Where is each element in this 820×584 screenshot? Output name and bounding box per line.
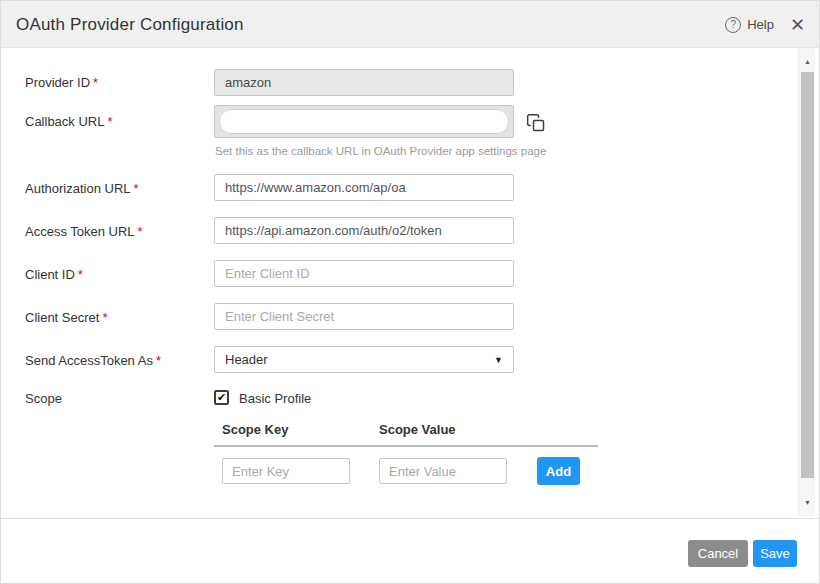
help-button[interactable]: ? Help	[725, 17, 774, 33]
client-id-field[interactable]	[214, 260, 514, 287]
save-button[interactable]: Save	[753, 540, 797, 567]
access-token-url-label: Access Token URL*	[25, 224, 143, 239]
required-asterisk: *	[156, 353, 161, 368]
scope-label: Scope	[25, 391, 62, 406]
send-accesstoken-as-label: Send AccessToken As*	[25, 353, 161, 368]
dialog-header: OAuth Provider Configuration ? Help ✕	[1, 1, 819, 48]
chevron-down-icon: ▼	[494, 355, 503, 365]
dialog-footer: Cancel Save	[1, 518, 819, 584]
authorization-url-label: Authorization URL*	[25, 181, 139, 196]
send-accesstoken-as-select[interactable]: Header ▼	[214, 346, 514, 373]
required-asterisk: *	[78, 267, 83, 282]
required-asterisk: *	[102, 310, 107, 325]
scope-value-input[interactable]	[379, 458, 507, 484]
help-label: Help	[747, 17, 774, 32]
authorization-url-field[interactable]	[214, 174, 514, 201]
callback-url-helper-text: Set this as the callback URL in OAuth Pr…	[215, 145, 546, 157]
client-id-label: Client ID*	[25, 267, 83, 282]
scroll-down-icon[interactable]: ▼	[799, 495, 816, 511]
required-asterisk: *	[93, 75, 98, 90]
callback-url-field[interactable]	[214, 105, 514, 138]
callback-url-label: Callback URL*	[25, 114, 113, 129]
select-value: Header	[225, 352, 268, 367]
scope-key-input[interactable]	[222, 458, 350, 484]
scroll-up-icon[interactable]: ▲	[799, 54, 816, 70]
scope-value-header: Scope Value	[379, 422, 456, 437]
provider-id-label: Provider ID*	[25, 75, 98, 90]
scope-table-divider	[214, 445, 598, 447]
scrollbar[interactable]: ▲ ▼	[798, 48, 815, 517]
close-icon[interactable]: ✕	[790, 16, 805, 34]
page-title: OAuth Provider Configuration	[16, 15, 244, 35]
basic-profile-checkbox[interactable]: ✔	[214, 390, 229, 405]
required-asterisk: *	[107, 114, 112, 129]
required-asterisk: *	[134, 181, 139, 196]
help-icon: ?	[725, 17, 741, 33]
checkmark-icon: ✔	[217, 392, 226, 403]
scope-key-header: Scope Key	[222, 422, 288, 437]
redacted-callback-value	[219, 109, 509, 134]
cancel-button[interactable]: Cancel	[688, 540, 748, 567]
copy-icon[interactable]	[525, 113, 547, 135]
client-secret-field[interactable]	[214, 303, 514, 330]
add-scope-button[interactable]: Add	[537, 457, 580, 485]
oauth-provider-configuration-dialog: OAuth Provider Configuration ? Help ✕ Pr…	[0, 0, 820, 584]
basic-profile-label: Basic Profile	[239, 391, 311, 406]
header-actions: ? Help ✕	[725, 1, 805, 48]
provider-id-field[interactable]	[214, 69, 514, 96]
client-secret-label: Client Secret*	[25, 310, 107, 325]
required-asterisk: *	[138, 224, 143, 239]
access-token-url-field[interactable]	[214, 217, 514, 244]
scrollbar-thumb[interactable]	[801, 72, 814, 478]
